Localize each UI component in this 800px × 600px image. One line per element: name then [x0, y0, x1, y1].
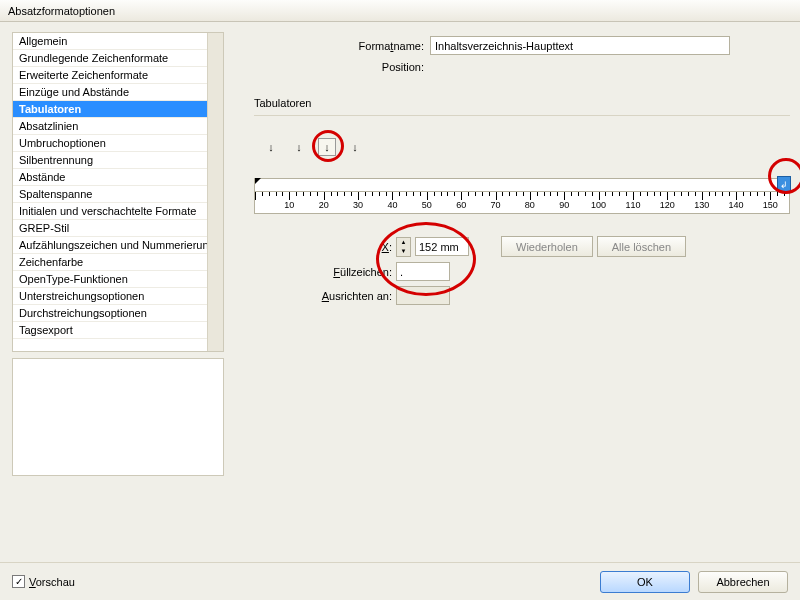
ruler-label: 10	[284, 200, 294, 210]
sidebar-item-grep-stil[interactable]: GREP-Stil	[13, 220, 223, 237]
tab-ruler[interactable]: ↲ 102030405060708090100110120130140150	[254, 178, 790, 214]
sidebar-item-tagsexport[interactable]: Tagsexport	[13, 322, 223, 339]
ruler-label: 20	[319, 200, 329, 210]
ruler-label: 120	[660, 200, 675, 210]
sidebar-item-tabulatoren[interactable]: Tabulatoren	[13, 101, 223, 118]
alignat-input	[396, 286, 450, 305]
section-title-tabs: Tabulatoren	[254, 97, 790, 109]
main-panel: Formatname: Position: Tabulatoren ↓ ↓ ↓ …	[232, 22, 800, 562]
checkbox-icon[interactable]: ✓	[12, 575, 25, 588]
window-titlebar: Absatzformatoptionen	[0, 0, 800, 22]
sidebar-item-abst-nde[interactable]: Abstände	[13, 169, 223, 186]
ruler-label: 100	[591, 200, 606, 210]
sidebar-item-zeichenfarbe[interactable]: Zeichenfarbe	[13, 254, 223, 271]
sidebar-item-spaltenspanne[interactable]: Spaltenspanne	[13, 186, 223, 203]
ruler-label: 30	[353, 200, 363, 210]
ruler-label: 50	[422, 200, 432, 210]
annotation-circle-fields	[376, 222, 476, 296]
repeat-button[interactable]: Wiederholen	[501, 236, 593, 257]
dialog-footer: ✓ Vorschau OK Abbrechen	[0, 562, 800, 600]
sidebar-item-opentype-funktionen[interactable]: OpenType-Funktionen	[13, 271, 223, 288]
sidebar-item-umbruchoptionen[interactable]: Umbruchoptionen	[13, 135, 223, 152]
tab-center-icon[interactable]: ↓	[290, 138, 308, 156]
x-stepper-down[interactable]: ▼	[397, 247, 410, 256]
sidebar-item-silbentrennung[interactable]: Silbentrennung	[13, 152, 223, 169]
ruler-label: 90	[559, 200, 569, 210]
preview-box	[12, 358, 224, 476]
alignat-label: Ausrichten an:	[314, 290, 392, 302]
ruler-label: 130	[694, 200, 709, 210]
position-label: Position:	[334, 61, 424, 73]
ruler-label: 140	[729, 200, 744, 210]
x-stepper[interactable]: ▲ ▼	[396, 237, 411, 257]
formatname-input[interactable]	[430, 36, 730, 55]
indent-marker-icon[interactable]	[255, 178, 261, 184]
ruler-strip[interactable]: ↲	[254, 178, 790, 192]
preview-checkbox[interactable]: ✓ Vorschau	[12, 575, 75, 588]
sidebar-item-aufz-hlungszeichen-und-nummerierung[interactable]: Aufzählungszeichen und Nummerierung	[13, 237, 223, 254]
formatname-label: Formatname:	[334, 40, 424, 52]
sidebar-item-unterstreichungsoptionen[interactable]: Unterstreichungsoptionen	[13, 288, 223, 305]
ruler-label: 70	[490, 200, 500, 210]
right-tab-marker[interactable]: ↲	[777, 176, 791, 193]
ok-button[interactable]: OK	[600, 571, 690, 593]
tab-left-icon[interactable]: ↓	[262, 138, 280, 156]
x-input[interactable]	[415, 237, 469, 256]
sidebar: AllgemeinGrundlegende ZeichenformateErwe…	[0, 22, 232, 562]
ruler-scale: 102030405060708090100110120130140150	[254, 192, 790, 214]
sidebar-item-durchstreichungsoptionen[interactable]: Durchstreichungsoptionen	[13, 305, 223, 322]
sidebar-item-initialen-und-verschachtelte-formate[interactable]: Initialen und verschachtelte Formate	[13, 203, 223, 220]
fillchar-input[interactable]	[396, 262, 450, 281]
divider	[254, 115, 790, 116]
fillchar-label: Füllzeichen:	[314, 266, 392, 278]
clear-all-button[interactable]: Alle löschen	[597, 236, 686, 257]
tab-alignment-icons: ↓ ↓ ↓ ↓	[262, 138, 790, 156]
window-title: Absatzformatoptionen	[8, 5, 115, 17]
ruler-label: 150	[763, 200, 778, 210]
ruler-label: 110	[625, 200, 640, 210]
ruler-label: 40	[387, 200, 397, 210]
x-stepper-up[interactable]: ▲	[397, 238, 410, 247]
cancel-button[interactable]: Abbrechen	[698, 571, 788, 593]
sidebar-item-grundlegende-zeichenformate[interactable]: Grundlegende Zeichenformate	[13, 50, 223, 67]
sidebar-item-erweiterte-zeichenformate[interactable]: Erweiterte Zeichenformate	[13, 67, 223, 84]
ruler-label: 80	[525, 200, 535, 210]
preview-label: Vorschau	[29, 576, 75, 588]
tab-fields: X: ▲ ▼ Wiederholen Alle löschen Füllzeic…	[314, 236, 790, 305]
x-label: X:	[314, 241, 392, 253]
tab-decimal-icon[interactable]: ↓	[346, 138, 364, 156]
sidebar-item-absatzlinien[interactable]: Absatzlinien	[13, 118, 223, 135]
ruler-label: 60	[456, 200, 466, 210]
tab-right-icon[interactable]: ↓	[318, 138, 336, 156]
sidebar-scrollbar[interactable]	[207, 33, 223, 351]
sidebar-item-einz-ge-und-abst-nde[interactable]: Einzüge und Abstände	[13, 84, 223, 101]
sidebar-category-list[interactable]: AllgemeinGrundlegende ZeichenformateErwe…	[12, 32, 224, 352]
sidebar-item-allgemein[interactable]: Allgemein	[13, 33, 223, 50]
